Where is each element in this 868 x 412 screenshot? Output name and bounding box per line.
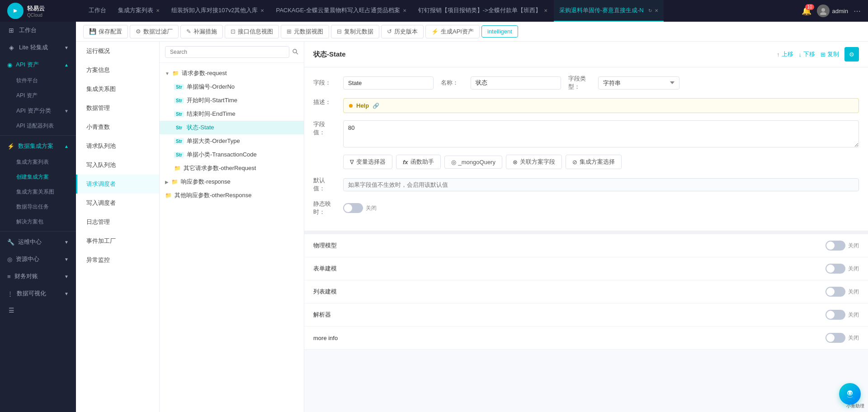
nav-request-debugger[interactable]: 请求调度者 [76,175,159,194]
name-input[interactable] [471,76,561,90]
link-field-button[interactable]: ⊗ 关联方案字段 [506,155,562,169]
notification-button[interactable]: 🔔 10 [802,6,811,16]
tab-solution-list[interactable]: 集成方案列表 ✕ [113,0,165,22]
chatbot-button[interactable] [839,383,861,405]
intelligent-label: intelligent [487,28,512,35]
sidebar-item-resource[interactable]: ◎ 资源中心 ▼ [0,251,76,268]
nav-integration-map[interactable]: 集成关系图 [76,80,159,99]
move-down-button[interactable]: ↓ 下移 [799,50,816,58]
interface-view-button[interactable]: ⊡ 接口信息视图 [225,25,279,38]
nav-request-queue[interactable]: 请求队列池 [76,137,159,156]
tree-item-state[interactable]: Str 状态-State [160,121,304,134]
tab-close-icon[interactable]: ✕ [403,8,406,13]
nav-log-mgmt[interactable]: 日志管理 [76,213,159,232]
sidebar-item-solution-list[interactable]: 集成方案列表 [0,155,76,170]
sidebar-item-bottom[interactable]: ☰ [0,302,76,318]
search-input[interactable] [165,46,289,58]
nav-write-debugger[interactable]: 写入调度者 [76,194,159,213]
sidebar-item-data-integration[interactable]: ⚡ 数据集成方案 ▲ [0,137,76,155]
solution-select-button[interactable]: ⊘ 集成方案选择 [566,155,622,169]
sidebar-item-api-assets[interactable]: ◉ API 资产 ▲ [0,56,76,73]
data-filter-button[interactable]: ⚙ 数据过滤厂 [130,25,179,38]
parser-toggle[interactable]: 关闭 [826,310,859,320]
sidebar-item-solution-map[interactable]: 集成方案关系图 [0,185,76,199]
more-button[interactable]: ⋯ [854,7,861,15]
search-button[interactable] [292,48,298,56]
sidebar-item-label: 财务对账 [14,272,38,280]
tree-group-response[interactable]: ▶ 📁 响应参数-response [160,175,304,189]
default-input[interactable] [343,178,859,191]
user-name: admin [832,8,848,14]
sidebar-item-solution-package[interactable]: 解决方案包 [0,214,76,229]
tab-package[interactable]: PACKAGE-全蝶云量晨物料写入旺占通货品档案 ✕ [270,0,411,22]
sidebar-item-lite[interactable]: ◈ Lite 轻集成 ▼ [0,39,76,56]
var-icon: ∇ [350,159,354,166]
tab-nail[interactable]: 钉钉报销【项目报销类】->全蝶付款单【班西】 ✕ [413,0,553,22]
sidebar-item-data-viz[interactable]: ⋮ 数据可视化 ▼ [0,285,76,302]
meta-view-button[interactable]: ⊞ 元数据视图 [281,25,329,38]
form-model-toggle[interactable]: 关闭 [826,264,859,274]
static-map-toggle[interactable]: 关闭 [343,203,377,213]
type-select[interactable]: 字符串 数字 布尔 [598,76,679,90]
nav-small-query[interactable]: 小青查数 [76,118,159,137]
tab-refresh-icon[interactable]: ↻ [648,8,652,13]
sidebar-item-software-platform[interactable]: 软件平台 [0,73,76,88]
tree-group-other-response[interactable]: 📁 其他响应参数-otherResponse [160,189,304,202]
toggle-track[interactable] [343,203,363,213]
mongo-query-button[interactable]: ◎ _mongoQuery [444,156,502,169]
toggle-track[interactable] [826,264,845,274]
move-up-button[interactable]: ↑ 上移 [777,50,793,58]
nav-write-queue[interactable]: 写入队列池 [76,156,159,175]
nav-data-mgmt[interactable]: 数据管理 [76,99,159,118]
nav-solution-info[interactable]: 方案信息 [76,61,159,80]
tab-workbench[interactable]: 工作台 [83,0,112,22]
tab-purchase[interactable]: 采购退料单固传-赛意直接生成-N ↻ ✕ [554,0,664,22]
tree-item-order-no[interactable]: Str 单据编号-OrderNo [160,80,304,94]
save-config-button[interactable]: 💾 保存配置 [83,25,128,38]
settings-button[interactable]: ⚙ [844,47,859,62]
sidebar-item-ops[interactable]: 🔧 运维中心 ▼ [0,233,76,251]
history-button[interactable]: ↺ 历史版本 [381,25,424,38]
tree-group-request[interactable]: ▼ 📁 请求参数-request [160,66,304,80]
help-link-icon[interactable]: 🔗 [373,103,379,109]
physical-model-label: 物理模型 [313,242,337,250]
toggle-track[interactable] [826,310,845,320]
nav-run-overview[interactable]: 运行概况 [76,42,159,61]
copy-data-button[interactable]: ⊟ 复制元数据 [331,25,379,38]
tree-item-other-request[interactable]: 📁 其它请求参数-otherRequest [160,161,304,175]
tree-item-start-time[interactable]: Str 开始时间-StartTime [160,94,304,107]
sidebar-item-api-adapter[interactable]: API 适配器列表 [0,118,76,133]
user-area[interactable]: admin [817,5,848,17]
list-model-toggle[interactable]: 关闭 [826,287,859,297]
tab-unpack[interactable]: 组装拆卸入库对接107v2其他入库 ✕ [166,0,269,22]
sidebar-item-create-solution[interactable]: 创建集成方案 [0,170,76,185]
copy-button[interactable]: ⊞ 复制 [821,50,839,58]
gen-api-button[interactable]: ⚡ 生成API资产 [425,25,480,38]
nav-event-factory[interactable]: 事件加工厂 [76,232,159,251]
func-helper-button[interactable]: fx 函数助手 [396,155,441,169]
tree-item-end-time[interactable]: Str 结束时间-EndTime [160,107,304,121]
nav-anomaly-monitor[interactable]: 异常监控 [76,251,159,270]
toggle-track[interactable] [826,333,845,343]
tab-close-icon[interactable]: ✕ [156,8,160,13]
sidebar-item-data-export[interactable]: 数据导出任务 [0,199,76,214]
fill-measure-button[interactable]: ✎ 补漏措施 [180,25,223,38]
tree-item-transaction-code[interactable]: Str 单据小类-TransactionCode [160,148,304,161]
physical-model-toggle[interactable]: 关闭 [826,241,859,251]
var-selector-button[interactable]: ∇ 变量选择器 [343,155,392,169]
tab-close-icon[interactable]: ✕ [260,8,264,13]
tab-close-icon[interactable]: ✕ [544,8,547,13]
sidebar-item-api-asset[interactable]: API 资产 [0,88,76,103]
sidebar-item-api-classify[interactable]: API 资产分类 ▼ [0,103,76,118]
field-value-textarea[interactable]: 80 [343,120,859,147]
more-info-toggle[interactable]: 关闭 [826,333,859,343]
sidebar-item-finance[interactable]: ≡ 财务对账 ▼ [0,268,76,285]
sidebar-item-workbench[interactable]: ⊞ 工作台 [0,22,76,39]
tab-close-icon[interactable]: ✕ [655,8,658,13]
intelligent-button[interactable]: intelligent [481,25,518,38]
toggle-track[interactable] [826,241,845,251]
divider [0,135,76,136]
field-input[interactable] [343,76,434,90]
toggle-track[interactable] [826,287,845,297]
tree-item-order-type[interactable]: Str 单据大类-OrderType [160,134,304,148]
